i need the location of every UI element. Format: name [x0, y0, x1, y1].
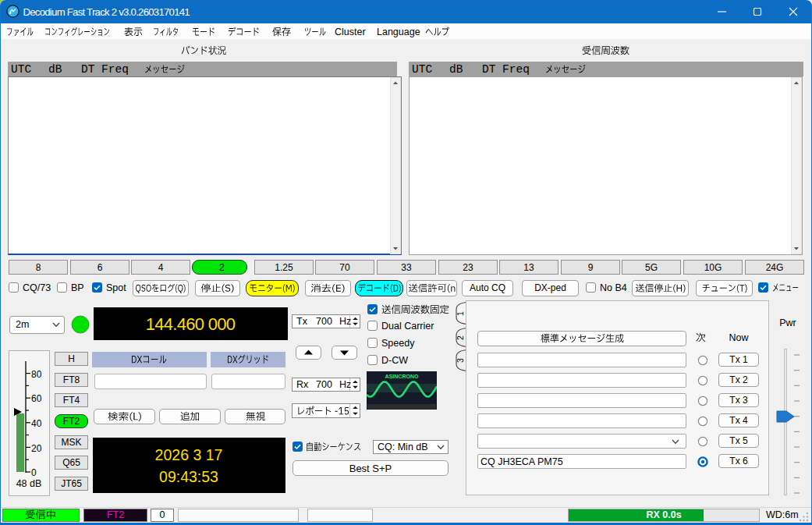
- svg-text:ASINCRONO: ASINCRONO: [385, 374, 419, 379]
